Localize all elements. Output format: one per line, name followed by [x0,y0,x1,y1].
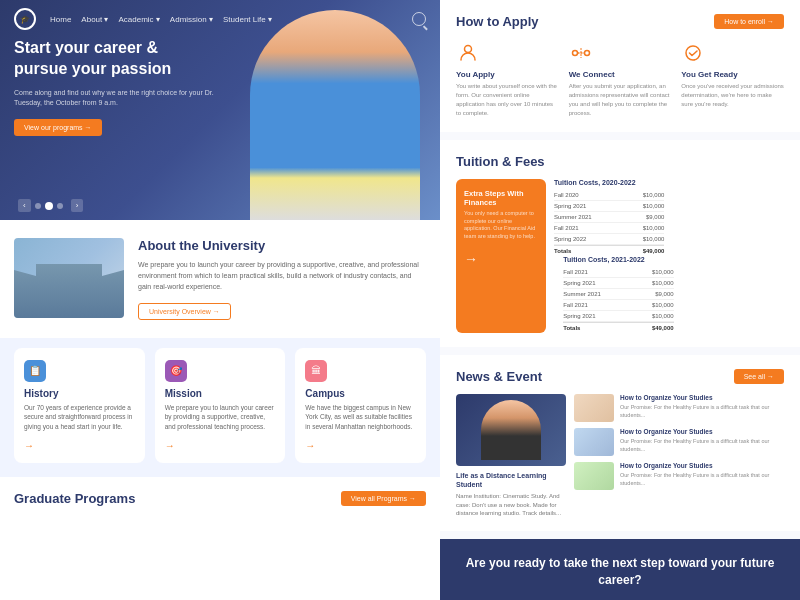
campus-card-desc: We have the biggest campus in New York C… [305,403,416,432]
hero-content: Start your career & pursue your passion … [14,38,214,136]
step3-desc: Once you've received your admissions det… [681,82,784,109]
tuition-cards: Extra Steps With Finances You only need … [456,179,784,333]
cta-section: Are you ready to take the next step towa… [440,539,800,600]
news-main: Life as a Distance Learning Student Name… [456,394,784,517]
about-image [14,238,124,318]
tuition-title: Tuition & Fees [456,154,545,169]
history-card: 📋 History Our 70 years of experience pro… [14,348,145,463]
history-icon: 📋 [24,360,46,382]
graduate-section-title: Graduate Programs [14,491,135,506]
hero-person-figure [250,10,420,220]
history-card-title: History [24,388,135,399]
main-layout: 🎓 Home About ▾ Academic ▾ Admission ▾ St… [0,0,800,600]
hero-subtitle: Come along and find out why we are the r… [14,88,214,109]
step2-desc: After you submit your application, an ad… [569,82,672,118]
building-illustration [14,258,124,318]
tuition-row: Summer 2021 $9,000 [563,289,673,300]
see-all-news-button[interactable]: See all → [734,369,784,384]
step1-title: You Apply [456,70,559,79]
tuition-row: Spring 2022 $10,000 [554,234,664,245]
apply-section-title: How to Apply [456,14,539,29]
tuition-total-row: Totals $49,000 [554,245,664,256]
news-item-desc: Our Promise: For the Healthy Future is a… [620,472,784,487]
news-item-image [574,394,614,422]
campus-card: 🏛 Campus We have the biggest campus in N… [295,348,426,463]
tuition-row: Summer 2021 $9,000 [554,212,664,223]
tuition-row: Fall 2021 $10,000 [563,267,673,278]
news-item-image [574,428,614,456]
slider-dot-1[interactable] [35,203,41,209]
tuition-card-arrow[interactable]: → [464,251,538,267]
nav-home[interactable]: Home [50,15,71,24]
news-item-image [574,462,614,490]
about-description: We prepare you to launch your career by … [138,259,426,293]
news-featured: Life as a Distance Learning Student Name… [456,394,566,517]
apply-steps: You Apply You write about yourself once … [456,41,784,118]
step1-desc: You write about yourself once with the f… [456,82,559,118]
nav-about[interactable]: About ▾ [81,15,108,24]
slider-dot-3[interactable] [57,203,63,209]
news-item-title: How to Organize Your Studies [620,428,784,436]
we-connect-icon [569,41,593,65]
news-featured-image [456,394,566,466]
svg-point-2 [584,51,589,56]
step2-title: We Connect [569,70,672,79]
tuition-row: Fall 2020 $10,000 [554,190,664,201]
svg-point-0 [465,46,472,53]
tuition-card-title: Extra Steps With Finances [464,189,538,207]
campus-card-arrow[interactable]: → [305,440,416,451]
news-item-title: How to Organize Your Studies [620,394,784,402]
history-card-desc: Our 70 years of experience provide a sec… [24,403,135,432]
hero-cta-button[interactable]: View our programs → [14,119,102,136]
slider-dot-2[interactable] [45,202,53,210]
logo-icon: 🎓 [14,8,36,30]
news-item-desc: Our Promise: For the Healthy Future is a… [620,438,784,453]
search-icon[interactable] [412,12,426,26]
news-title: News & Event [456,369,542,384]
history-card-arrow[interactable]: → [24,440,135,451]
apply-step-2: We Connect After you submit your applica… [569,41,672,118]
nav-student-life[interactable]: Student Life ▾ [223,15,272,24]
mission-card-title: Mission [165,388,276,399]
news-item-desc: Our Promise: For the Healthy Future is a… [620,404,784,419]
apply-step-3: You Get Ready Once you've received your … [681,41,784,118]
campus-card-title: Campus [305,388,416,399]
mission-card-desc: We prepare you to launch your career by … [165,403,276,432]
view-programs-button[interactable]: View all Programs → [341,491,426,506]
step3-title: You Get Ready [681,70,784,79]
campus-icon: 🏛 [305,360,327,382]
hero-next-button[interactable]: › [71,199,84,212]
how-to-enroll-button[interactable]: How to enroll → [714,14,784,29]
tuition-row: Spring 2021 $10,000 [554,201,664,212]
graduate-section-header: Graduate Programs View all Programs → [14,491,426,506]
apply-section: How to Apply How to enroll → You Apply Y… [440,0,800,132]
tuition-row: Spring 2021 $10,000 [563,311,673,322]
nav-academic[interactable]: Academic ▾ [118,15,159,24]
hero-section: 🎓 Home About ▾ Academic ▾ Admission ▾ St… [0,0,440,220]
right-panel: How to Apply How to enroll → You Apply Y… [440,0,800,600]
apply-section-header: How to Apply How to enroll → [456,14,784,29]
graduate-section: Graduate Programs View all Programs → [0,477,440,530]
about-title: About the University [138,238,426,253]
about-section: About the University We prepare you to l… [0,220,440,338]
navigation: 🎓 Home About ▾ Academic ▾ Admission ▾ St… [0,0,440,38]
news-list-item: How to Organize Your Studies Our Promise… [574,428,784,456]
news-list: How to Organize Your Studies Our Promise… [574,394,784,517]
tuition-col2-title: Tuition Costs, 2021-2022 [563,256,673,263]
nav-links: Home About ▾ Academic ▾ Admission ▾ Stud… [50,15,398,24]
news-section: News & Event See all → Life as a Distanc… [440,355,800,531]
tuition-col-1: Tuition Costs, 2020-2022 Fall 2020 $10,0… [554,179,664,256]
mission-icon: 🎯 [165,360,187,382]
tuition-header: Tuition & Fees [456,154,784,169]
mission-card: 🎯 Mission We prepare you to launch your … [155,348,286,463]
about-text: About the University We prepare you to l… [138,238,426,320]
tuition-tables: Tuition Costs, 2020-2022 Fall 2020 $10,0… [554,179,784,333]
news-header: News & Event See all → [456,369,784,384]
svg-point-3 [686,46,700,60]
mission-card-arrow[interactable]: → [165,440,276,451]
nav-admission[interactable]: Admission ▾ [170,15,213,24]
hero-prev-button[interactable]: ‹ [18,199,31,212]
tuition-row: Fall 2021 $10,000 [554,223,664,234]
cta-title: Are you ready to take the next step towa… [456,555,784,589]
about-cta-button[interactable]: University Overview → [138,303,231,320]
